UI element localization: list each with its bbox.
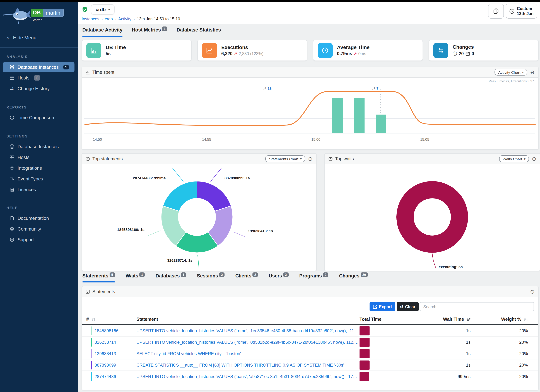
- statement-link[interactable]: UPSERT INTO vehicle_location_histories V…: [136, 374, 360, 379]
- licence-icon: [9, 187, 14, 192]
- time-spent-chart[interactable]: Peak Time: 2s, Executions: 837: [82, 78, 538, 149]
- collapse-panel-icon[interactable]: ⊖: [308, 156, 313, 161]
- tab-database-activity[interactable]: Database Activity: [82, 27, 122, 37]
- sidebar-item-integrations[interactable]: Integrations: [3, 163, 75, 173]
- waits-chart-dropdown[interactable]: Waits Chart ▾: [499, 155, 529, 162]
- breadcrumb-instance[interactable]: crdb: [105, 17, 113, 21]
- collapse-panel-icon[interactable]: ⊖: [530, 289, 535, 294]
- sidebar-item-settings-hosts[interactable]: Hosts: [3, 152, 75, 163]
- tab-database-statistics[interactable]: Database Statistics: [176, 27, 221, 37]
- collapse-panel-icon[interactable]: ⊖: [532, 156, 536, 161]
- sidebar-item-event-types[interactable]: Event Types: [3, 174, 75, 184]
- breadcrumb-activity[interactable]: Activity: [118, 17, 131, 21]
- statement-link[interactable]: SELECT city, id FROM vehicles WHERE city…: [136, 351, 360, 356]
- statements-donut[interactable]: 887898099: 1s 139638413: 1s 326238714: 1…: [82, 164, 316, 271]
- instance-selector[interactable]: crdb ▾: [91, 4, 115, 15]
- breadcrumb-instances[interactable]: Instances: [82, 17, 99, 21]
- pie-chart-icon: [85, 157, 90, 161]
- change-annotation[interactable]: ⇄ 7: [372, 86, 379, 91]
- tab-databases[interactable]: Databases1: [155, 273, 186, 283]
- top-waits-panel: Top waits Waits Chart ▾ ⊖: [325, 153, 540, 271]
- weight-value: 20%: [470, 325, 538, 336]
- column-header-statement[interactable]: Statement: [136, 315, 360, 325]
- statement-id-link[interactable]: 287474436: [95, 374, 116, 379]
- swap-arrows-icon: ⇄: [9, 86, 14, 91]
- server-icon: [9, 75, 14, 80]
- statement-link[interactable]: CREATE STATISTICS __auto__ FROM [63] WIT…: [136, 362, 360, 367]
- card-delta: 2,830 (123%): [239, 52, 263, 56]
- statement-id-link[interactable]: 1845898166: [95, 328, 119, 333]
- tab-sessions[interactable]: Sessions2: [197, 273, 225, 283]
- statement-link[interactable]: UPSERT INTO vehicle_location_histories V…: [136, 328, 360, 333]
- change-annotation[interactable]: ⇄ 16: [263, 86, 272, 91]
- panel-title: Time spent: [92, 70, 115, 75]
- hide-menu-label: Hide Menu: [13, 35, 36, 40]
- dbmarlin-activity-page: DB marlin Starter « Hide Menu ANALYSIS D…: [0, 0, 540, 392]
- lifebuoy-icon: [9, 237, 14, 242]
- donut-label: 326238714: 1s: [167, 258, 192, 263]
- activity-chart-dropdown[interactable]: Activity Chart ▾: [495, 69, 527, 75]
- export-button[interactable]: Export: [370, 302, 395, 311]
- column-header-id[interactable]: #: [82, 315, 136, 325]
- pie-chart-icon: [328, 157, 333, 161]
- statement-color-chip: [91, 338, 92, 346]
- brand-marlin: marlin: [43, 9, 64, 17]
- tab-programs[interactable]: Programs2: [299, 273, 328, 283]
- column-header-total-time[interactable]: Total Time: [360, 315, 424, 325]
- statement-link[interactable]: UPSERT INTO vehicle_location_histories V…: [136, 340, 360, 345]
- donut-label: 139638413: 1s: [248, 229, 273, 233]
- tab-statements[interactable]: Statements5: [82, 273, 115, 283]
- metric-cards: DB Time 5s Executions 6,320 ↗ 2,830 (123…: [82, 40, 539, 61]
- donut-slice: [197, 181, 231, 211]
- total-time-bar: [360, 337, 370, 347]
- time-range-button[interactable]: Custom 13th Jan: [506, 4, 537, 19]
- copy-link-button[interactable]: [488, 4, 504, 19]
- sort-icon: [524, 318, 528, 321]
- statement-id-link[interactable]: 139638413: [95, 351, 116, 356]
- statement-id-link[interactable]: 887898099: [95, 362, 116, 367]
- instance-name: crdb: [96, 7, 106, 12]
- sidebar-item-licences[interactable]: Licences: [3, 184, 75, 195]
- tab-waits[interactable]: Waits1: [126, 273, 145, 283]
- sidebar-item-community[interactable]: Community: [3, 224, 75, 234]
- tab-changes[interactable]: Changes20: [339, 273, 368, 283]
- panel-title: Top waits: [335, 156, 354, 161]
- events-count: 0: [472, 51, 474, 56]
- panel-title: Statements: [92, 289, 115, 294]
- sidebar-item-support[interactable]: Support: [3, 234, 75, 245]
- hide-menu-button[interactable]: « Hide Menu: [0, 28, 78, 47]
- count-badge: 6: [162, 26, 167, 31]
- sidebar-item-time-comparison[interactable]: Time Comparison: [3, 112, 75, 123]
- chevron-down-icon: ▾: [300, 157, 302, 161]
- sidebar-item-change-history[interactable]: ⇄ Change History: [3, 83, 75, 94]
- donut-label: 287474436: 999ms: [133, 176, 166, 180]
- column-header-weight[interactable]: Weight %: [470, 315, 538, 325]
- statements-chart-dropdown[interactable]: Statements Chart ▾: [265, 155, 305, 162]
- tab-users[interactable]: Users2: [269, 273, 288, 283]
- statement-id-link[interactable]: 326238714: [95, 340, 116, 345]
- top-bar: crdb ▾ Instances› crdb› Activity› 13th J…: [78, 2, 540, 24]
- sidebar-item-documentation[interactable]: Documentation: [3, 213, 75, 223]
- search-input[interactable]: [420, 302, 534, 311]
- tab-host-metrics[interactable]: Host Metrics6: [132, 27, 167, 37]
- sidebar-item-settings-database-instances[interactable]: Database Instances: [3, 141, 75, 152]
- swap-arrows-icon: ⇄: [263, 86, 266, 91]
- sidebar-item-hosts[interactable]: Hosts 0: [3, 73, 75, 83]
- health-shield-icon: [82, 6, 88, 13]
- column-header-wait-time[interactable]: Wait Time: [424, 315, 470, 325]
- sidebar-item-label: Hosts: [18, 155, 29, 160]
- up-right-arrow-icon: ↗: [234, 51, 237, 56]
- waits-donut[interactable]: executing: 5s: [325, 164, 540, 271]
- sidebar-item-database-instances[interactable]: Database Instances 1: [3, 62, 75, 72]
- donut-panels: Top statements Statements Chart ▾ ⊖: [82, 153, 539, 271]
- count-badge: 0: [34, 75, 40, 80]
- panel-header: Top waits Waits Chart ▾ ⊖: [325, 154, 540, 164]
- tab-clients[interactable]: Clients2: [235, 273, 258, 283]
- brand-wordmark: DB marlin Starter: [31, 9, 64, 22]
- clear-button[interactable]: ↺ Clear: [397, 302, 419, 311]
- collapse-panel-icon[interactable]: ⊖: [530, 69, 535, 75]
- sidebar-item-label: Hosts: [18, 75, 29, 80]
- bar-chart-icon: [85, 70, 90, 74]
- card-executions: Executions 6,320 ↗ 2,830 (123%): [197, 40, 307, 61]
- statements-table: # Statement Total Time Wait Time Weight …: [82, 315, 538, 382]
